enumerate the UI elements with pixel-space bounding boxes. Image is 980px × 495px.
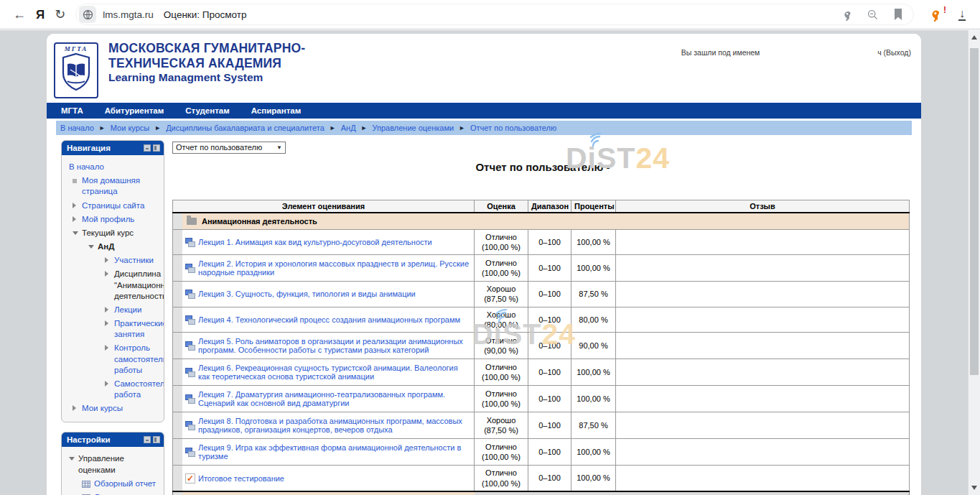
sidebar-item[interactable]: Отчет по пользователю <box>64 492 162 495</box>
sidebar-item-label[interactable]: Страницы сайта <box>82 200 162 211</box>
sidebar-item[interactable]: Страницы сайта <box>64 200 162 211</box>
collapse-block-icon[interactable] <box>144 436 151 443</box>
main-menu-item[interactable]: МГТА <box>61 106 83 115</box>
refresh-icon[interactable]: ↻ <box>55 8 65 21</box>
url-text[interactable]: lms.mgta.ru <box>103 9 154 20</box>
grade-item-link[interactable]: Лекция 7. Драматургия анимационно-театра… <box>198 390 445 407</box>
feedback-cell <box>616 412 910 439</box>
category-label: Анимационная деятельность <box>202 217 317 226</box>
grade-item-name-cell: Лекция 3. Сущность, функция, типология и… <box>173 282 475 307</box>
range-cell: 0–100 <box>528 229 571 255</box>
logout-link[interactable]: ч (Выход) <box>877 48 911 57</box>
grade-item-link[interactable]: Лекция 5. Роль аниматоров в организации … <box>198 337 463 354</box>
grade-value-cell: Хорошо(80,00 %) <box>475 307 528 333</box>
grade-item-row: Лекция 2. История и хронология массовых … <box>173 255 910 282</box>
collapse-block-icon[interactable] <box>144 144 151 152</box>
range-cell: 0–100 <box>528 466 571 491</box>
grade-item-link[interactable]: Лекция 1. Анимация как вид культурно-дос… <box>198 238 432 246</box>
sidebar-item[interactable]: Самостоятельная работа <box>64 379 162 400</box>
breadcrumb-link[interactable]: Дисциплины бакалавриата и специалитета <box>166 124 325 132</box>
feedback-cell <box>616 386 910 412</box>
download-icon[interactable]: ↓ <box>958 8 966 22</box>
scrollbar[interactable] <box>968 30 980 495</box>
sidebar-item-label[interactable]: Самостоятельная работа <box>114 379 162 400</box>
scrollbar-thumb[interactable] <box>970 48 979 375</box>
sidebar-item: Дисциплина "Анимационная деятельность" <box>64 269 162 302</box>
sidebar-item[interactable]: Контроль самостоятельной работы <box>64 343 162 376</box>
sidebar-item[interactable]: Обзорный отчет <box>64 478 162 489</box>
yandex-logo-icon[interactable]: Я <box>36 9 45 21</box>
sidebar-item[interactable]: Моя домашняя страница <box>64 175 162 197</box>
bookmark-icon[interactable] <box>893 9 903 20</box>
dock-block-icon[interactable] <box>153 144 160 152</box>
sidebar-item-label[interactable]: Мой профиль <box>82 214 162 225</box>
grade-item-name-cell: Лекция 2. История и хронология массовых … <box>173 255 475 282</box>
site-title-line2: ТЕХНИЧЕСКАЯ АКАДЕМИЯ <box>108 56 305 71</box>
collapsed-arrow-icon[interactable] <box>105 345 108 351</box>
breadcrumb-link[interactable]: Мои курсы <box>111 124 149 132</box>
sidebar-item[interactable]: Практические занятия <box>64 318 162 340</box>
sidebar-item[interactable]: Лекции <box>64 305 162 315</box>
col-percent: Проценты <box>571 200 616 213</box>
breadcrumb-link[interactable]: В начало <box>60 124 94 132</box>
collapsed-arrow-icon[interactable] <box>105 320 108 326</box>
category-cell: Анимационная деятельность <box>173 213 910 230</box>
grade-item-link[interactable]: Лекция 9. Игра как эффективная форма ани… <box>198 443 461 461</box>
grade-item-row: Лекция 7. Драматургия анимационно-театра… <box>173 386 910 412</box>
sidebar-item-label[interactable]: Моя домашняя страница <box>82 175 162 197</box>
report-type-select[interactable]: Отчет по пользователю ▼ <box>172 142 286 154</box>
breadcrumb-link[interactable]: АнД <box>341 124 356 132</box>
expanded-arrow-icon[interactable] <box>88 245 94 249</box>
main-menu-item[interactable]: Абитуриентам <box>105 106 164 115</box>
range-cell: 0–100 <box>528 307 571 333</box>
course-total-row: Итоговая оценка за курсОтлично(96,38 %)0… <box>173 491 910 495</box>
breadcrumb-link[interactable]: Отчет по пользователю <box>470 124 556 132</box>
grade-item-link[interactable]: Итоговое тестирование <box>198 474 284 483</box>
password-alert-icon[interactable]: ! <box>927 7 941 22</box>
feedback-cell <box>616 333 910 359</box>
collapsed-arrow-icon[interactable] <box>105 271 108 277</box>
collapsed-arrow-icon[interactable] <box>105 307 108 313</box>
collapsed-arrow-icon[interactable] <box>73 216 76 222</box>
site-title-line1: МОСКОВСКАЯ ГУМАНИТАРНО- <box>108 41 305 56</box>
table-header-row: Элемент оценивания Оценка Диапазон Проце… <box>173 200 910 213</box>
sidebar-item[interactable]: Мой профиль <box>64 214 162 225</box>
grade-item-link[interactable]: Лекция 6. Рекреационная сущность туристс… <box>198 364 458 381</box>
collapsed-arrow-icon[interactable] <box>105 257 108 263</box>
back-icon[interactable]: ← <box>13 8 26 21</box>
sidebar-item[interactable]: В начало <box>64 162 162 172</box>
logo-text: МГТА <box>65 45 88 52</box>
sidebar-item-label[interactable]: В начало <box>69 162 162 172</box>
site-page: МГТА МОСКОВСКАЯ ГУМАНИТАРНО- ТЕХНИЧЕСКАЯ… <box>47 34 921 495</box>
grade-item-link[interactable]: Лекция 4. Технологический процесс создан… <box>198 315 460 324</box>
sidebar-item[interactable]: Мои курсы <box>64 403 162 414</box>
breadcrumb-link[interactable]: Управление оценками <box>373 124 454 132</box>
sidebar-item-label[interactable]: Отчет по пользователю <box>94 492 162 495</box>
zoom-page-icon[interactable] <box>867 9 879 21</box>
grade-item-link[interactable]: Лекция 2. История и хронология массовых … <box>198 259 469 277</box>
sidebar-item-label[interactable]: Контроль самостоятельной работы <box>114 343 162 376</box>
expanded-arrow-icon[interactable] <box>69 457 75 461</box>
category-row: Анимационная деятельность <box>173 213 910 230</box>
sidebar-item[interactable]: Участники <box>64 255 162 266</box>
collapsed-arrow-icon[interactable] <box>105 381 108 387</box>
lesson-icon <box>185 315 195 325</box>
scroll-down-icon[interactable] <box>969 482 980 494</box>
expanded-arrow-icon[interactable] <box>73 231 78 235</box>
main-menu-item[interactable]: Аспирантам <box>251 106 301 115</box>
main-menu-item[interactable]: Студентам <box>185 106 230 115</box>
saved-passwords-icon[interactable] <box>840 9 852 21</box>
dock-block-icon[interactable] <box>153 436 160 443</box>
grade-item-link[interactable]: Лекция 8. Подготовка и разработка анимац… <box>198 417 462 434</box>
collapsed-arrow-icon[interactable] <box>73 405 76 411</box>
sidebar-item-label[interactable]: Мои курсы <box>82 403 162 414</box>
settings-tree: Управление оценкамиОбзорный отчетОтчет п… <box>62 447 164 495</box>
collapsed-arrow-icon[interactable] <box>73 203 76 208</box>
grade-item-link[interactable]: Лекция 3. Сущность, функция, типология и… <box>198 290 416 298</box>
sidebar-item-label[interactable]: Практические занятия <box>114 318 162 340</box>
address-bar[interactable]: lms.mgta.ru Оценки: Просмотр <box>75 4 914 25</box>
sidebar-item-label[interactable]: Участники <box>114 255 162 266</box>
sidebar-item-label[interactable]: Обзорный отчет <box>94 478 162 489</box>
scroll-up-icon[interactable] <box>969 32 980 43</box>
sidebar-item-label[interactable]: Лекции <box>114 305 162 315</box>
